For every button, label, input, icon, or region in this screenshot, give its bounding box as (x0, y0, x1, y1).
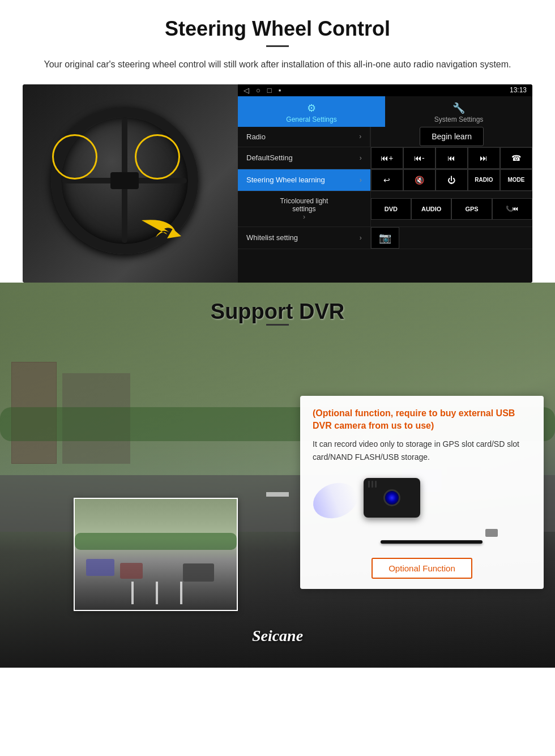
radio-label: RADIO (475, 177, 493, 183)
menu-item-steering-learn[interactable]: Steering Wheel learning › (238, 169, 371, 191)
title-divider (266, 45, 289, 47)
menu-item-default[interactable]: DefaultSetting › (238, 147, 371, 169)
phone-icon: ☎ (511, 153, 521, 163)
menu-label-default: DefaultSetting (246, 153, 293, 162)
ctrl-dvd[interactable]: DVD (371, 198, 411, 220)
camera-lens (383, 489, 400, 506)
menu-label-tricolour: Tricoloured lightsettings (280, 197, 328, 213)
begin-learn-area: Begin learn (370, 127, 532, 147)
menu-label-whitelist: Whitelist setting (246, 233, 298, 242)
steering-visual-area: ◁ ○ □ ▪ 13:13 ⚙ General Settings 🔧 Syste… (23, 84, 532, 283)
control-buttons-row1: ⏮+ ⏮- ⏮ ⏭ ☎ (371, 147, 532, 169)
dvr-title-divider (266, 324, 289, 326)
steering-section: Steering Wheel Control Your original car… (0, 0, 555, 283)
chevron-icon-3: › (360, 176, 362, 184)
highlight-right-circle (135, 134, 180, 180)
prev-call-icon: 📞⏮ (506, 206, 518, 212)
ctrl-gps[interactable]: GPS (451, 198, 492, 220)
ctrl-vol-down[interactable]: ⏮- (403, 147, 436, 169)
camera-body (364, 478, 420, 518)
dvr-title-area: Support DVR (0, 283, 555, 344)
android-ui-panel: ◁ ○ □ ▪ 13:13 ⚙ General Settings 🔧 Syste… (238, 84, 532, 283)
whitelist-icon-area: 📷 (371, 227, 532, 249)
menu-item-radio[interactable]: Radio › (238, 127, 370, 147)
vol-up-icon: ⏮+ (381, 153, 393, 163)
gear-icon: ⚙ (242, 102, 381, 114)
camera-usb-connector (485, 529, 498, 537)
ctrl-mode[interactable]: MODE (500, 169, 532, 191)
dvr-screenshot-inset (74, 498, 238, 611)
chevron-icon-5: › (360, 234, 362, 242)
nav-home-icon[interactable]: ○ (256, 86, 261, 95)
statusbar-time: 13:13 (510, 86, 527, 94)
tab-general-label: General Settings (286, 116, 336, 123)
chevron-icon-2: › (360, 154, 362, 162)
menu-row-whitelist: Whitelist setting › 📷 (238, 227, 532, 249)
statusbar-nav: ◁ ○ □ ▪ (244, 86, 281, 95)
next-icon: ⏭ (480, 153, 488, 163)
android-menu: Radio › Begin learn DefaultSetting › ⏮+ (238, 127, 532, 283)
tab-general-settings[interactable]: ⚙ General Settings (238, 96, 385, 127)
ctrl-vol-up[interactable]: ⏮+ (371, 147, 403, 169)
ctrl-phone[interactable]: ☎ (500, 147, 532, 169)
menu-row-default: DefaultSetting › ⏮+ ⏮- ⏮ ⏭ ☎ (238, 147, 532, 169)
android-statusbar: ◁ ○ □ ▪ 13:13 (238, 84, 532, 96)
ctrl-prev-call[interactable]: 📞⏮ (492, 198, 532, 220)
power-icon: ⏻ (447, 176, 455, 185)
dvr-section: Support DVR (Optional function, require … (0, 283, 555, 668)
ctrl-mute[interactable]: 🔇 (403, 169, 436, 191)
dvr-title: Support DVR (0, 300, 555, 324)
vol-down-icon: ⏮- (414, 153, 425, 163)
gps-label: GPS (465, 206, 478, 212)
tab-system-label: System Settings (434, 116, 484, 123)
mode-label: MODE (507, 177, 524, 183)
system-icon: 🔧 (390, 102, 528, 114)
mute-icon: 🔇 (415, 176, 424, 185)
tab-system-settings[interactable]: 🔧 System Settings (385, 96, 532, 127)
nav-menu-icon[interactable]: ▪ (279, 86, 281, 95)
prev-icon: ⏮ (447, 153, 455, 163)
chevron-icon: › (359, 133, 361, 140)
steering-hub (110, 172, 139, 189)
chevron-icon-4: › (303, 213, 305, 221)
control-buttons-row2: ↩ 🔇 ⏻ RADIO MODE (371, 169, 532, 191)
steering-subtitle: Your original car's steering wheel contr… (23, 57, 532, 72)
audio-label: AUDIO (421, 206, 441, 212)
nav-square-icon[interactable]: □ (267, 86, 272, 95)
menu-label-radio: Radio (246, 133, 266, 141)
menu-row-tricolour: Tricoloured lightsettings › DVD AUDIO GP… (238, 191, 532, 227)
control-buttons-row3: DVD AUDIO GPS 📞⏮ (371, 191, 532, 227)
yellow-arrow (136, 215, 181, 249)
menu-item-whitelist[interactable]: Whitelist setting › (238, 227, 371, 249)
steering-title: Steering Wheel Control (23, 17, 532, 41)
ctrl-hang-up[interactable]: ↩ (371, 169, 403, 191)
steering-wheel-image (23, 84, 238, 283)
dvd-label: DVD (385, 206, 398, 212)
nav-back-icon[interactable]: ◁ (244, 86, 249, 95)
android-tabs: ⚙ General Settings 🔧 System Settings (238, 96, 532, 127)
dvr-optional-header: (Optional function, require to buy exter… (313, 407, 531, 433)
ctrl-prev[interactable]: ⏮ (436, 147, 468, 169)
optional-function-button[interactable]: Optional Function (372, 558, 472, 579)
svg-marker-0 (167, 229, 181, 238)
ctrl-radio-btn[interactable]: RADIO (468, 169, 500, 191)
ctrl-camera-icon[interactable]: 📷 (371, 227, 399, 249)
ctrl-audio[interactable]: AUDIO (411, 198, 451, 220)
dvr-info-card: (Optional function, require to buy exter… (300, 396, 544, 590)
highlight-left-circle (52, 134, 97, 180)
camera-cable (381, 540, 483, 544)
menu-row-steering-learn: Steering Wheel learning › ↩ 🔇 ⏻ RADIO MO… (238, 169, 532, 191)
hang-up-icon: ↩ (383, 176, 390, 185)
menu-label-steering: Steering Wheel learning (246, 176, 325, 184)
dvr-camera-image (313, 471, 531, 550)
dvr-screenshot-inner (75, 499, 237, 610)
ctrl-next[interactable]: ⏭ (468, 147, 500, 169)
dvr-description: It can record video only to storage in G… (313, 438, 531, 463)
menu-item-tricolour[interactable]: Tricoloured lightsettings › (238, 191, 371, 227)
ctrl-power[interactable]: ⏻ (436, 169, 468, 191)
begin-learn-button[interactable]: Begin learn (420, 127, 484, 146)
seicane-logo: Seicane (252, 627, 303, 645)
menu-row-radio: Radio › Begin learn (238, 127, 532, 147)
